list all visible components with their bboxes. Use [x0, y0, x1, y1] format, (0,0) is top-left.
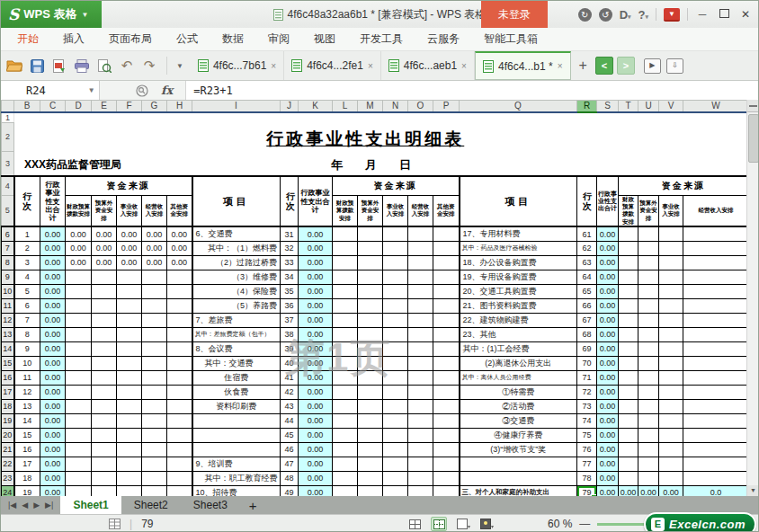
close-tab-icon[interactable]: × — [558, 61, 563, 71]
cell[interactable] — [433, 457, 460, 471]
cell[interactable]: 0.00 — [40, 356, 66, 370]
cell[interactable] — [142, 442, 167, 457]
cell[interactable]: 0.00 — [299, 370, 333, 385]
cell[interactable]: 0.00 — [299, 270, 333, 284]
cell[interactable] — [638, 313, 659, 327]
cell[interactable] — [433, 270, 460, 284]
cell[interactable] — [619, 428, 638, 442]
cell[interactable]: 其中：交通费 — [192, 356, 281, 370]
cell[interactable]: 10 — [14, 356, 40, 370]
cell[interactable]: 31 — [281, 226, 299, 241]
cell[interactable]: 0.00 — [142, 241, 167, 255]
next-sheet-icon[interactable]: ▶ — [33, 501, 40, 510]
column-header-Q[interactable]: Q — [460, 101, 577, 112]
cell[interactable] — [66, 471, 92, 485]
cell[interactable]: 0.00 — [597, 399, 619, 413]
cell[interactable]: 0.00 — [638, 485, 659, 496]
cell[interactable] — [333, 341, 358, 356]
cell[interactable] — [142, 471, 167, 485]
cell[interactable]: 39 — [281, 341, 299, 356]
cell[interactable]: 0.00 — [597, 298, 619, 313]
cell[interactable] — [683, 313, 749, 327]
wps-menu-button[interactable]: S WPS 表格 ▼ — [1, 1, 102, 28]
cell[interactable] — [683, 385, 749, 399]
cell[interactable]: 21、图书资料购置费 — [460, 298, 577, 313]
ribbon-tab-2[interactable]: 插入 — [63, 31, 85, 47]
cell[interactable]: 0.00 — [299, 356, 333, 370]
cell[interactable]: 0.00 — [299, 313, 333, 327]
row-header[interactable]: 7 — [2, 241, 14, 255]
cell[interactable] — [433, 313, 460, 327]
cell[interactable]: ④健康疗养费 — [460, 428, 577, 442]
cell[interactable] — [358, 284, 383, 298]
cell[interactable]: 44 — [281, 413, 299, 428]
cell[interactable]: (3)“增收节支”奖 — [460, 442, 577, 457]
cell[interactable] — [167, 413, 192, 428]
cell[interactable] — [358, 341, 383, 356]
ribbon-tab-5[interactable]: 数据 — [222, 31, 244, 47]
cell[interactable] — [358, 298, 383, 313]
close-button[interactable]: ✕ — [738, 8, 753, 21]
cell[interactable] — [92, 341, 117, 356]
cell[interactable] — [383, 428, 408, 442]
cell[interactable] — [142, 485, 167, 496]
cell[interactable]: 0.00 — [597, 284, 619, 298]
cell[interactable] — [619, 356, 638, 370]
cell[interactable]: 0.00 — [299, 255, 333, 270]
cell[interactable]: 0.00 — [40, 399, 66, 413]
cell[interactable] — [383, 298, 408, 313]
cell[interactable] — [66, 270, 92, 284]
cell[interactable]: 35 — [281, 284, 299, 298]
cell[interactable]: 17 — [14, 457, 40, 471]
cell[interactable] — [142, 327, 167, 341]
document-tab-4[interactable]: 4f6c4...b1 *× — [475, 51, 571, 80]
formula-input[interactable]: =R23+1 — [185, 81, 758, 100]
row-header[interactable]: 14 — [2, 341, 14, 356]
cell[interactable] — [619, 284, 638, 298]
cell[interactable]: 住宿费 — [192, 370, 281, 385]
cell[interactable] — [66, 313, 92, 327]
redo-icon[interactable]: ↷ — [141, 58, 157, 74]
cell[interactable]: 14 — [14, 413, 40, 428]
cell[interactable] — [683, 298, 749, 313]
cell[interactable]: 0.00 — [92, 226, 117, 241]
cell[interactable] — [433, 485, 460, 496]
cell[interactable]: （5）养路费 — [192, 298, 281, 313]
cell[interactable] — [66, 356, 92, 370]
cell[interactable]: 财政预算拨款安排 — [333, 195, 358, 226]
cell[interactable] — [659, 327, 683, 341]
cell[interactable] — [659, 385, 683, 399]
cell[interactable] — [142, 457, 167, 471]
cell[interactable]: 行次 — [577, 176, 597, 226]
cell[interactable] — [619, 298, 638, 313]
row-header[interactable]: 24 — [2, 485, 14, 496]
cell[interactable] — [638, 385, 659, 399]
cell[interactable]: 资金来源 — [619, 176, 749, 195]
cell[interactable]: 0.00 — [597, 255, 619, 270]
cell[interactable] — [619, 471, 638, 485]
cell[interactable]: 69 — [577, 341, 597, 356]
cell[interactable]: 0.00 — [597, 370, 619, 385]
cell[interactable]: 63 — [577, 255, 597, 270]
document-tab-1[interactable]: 4f6c...7b61× — [191, 51, 284, 80]
cell[interactable] — [167, 270, 192, 284]
cell[interactable] — [142, 370, 167, 385]
cell[interactable] — [408, 313, 433, 327]
cell[interactable] — [167, 457, 192, 471]
cell[interactable] — [142, 413, 167, 428]
print-preview-icon[interactable] — [96, 58, 112, 74]
cell[interactable]: 0.00 — [597, 485, 619, 496]
cell[interactable]: 0.00 — [299, 471, 333, 485]
download-icon[interactable]: ▼ — [664, 8, 680, 22]
cell[interactable] — [333, 457, 358, 471]
cell[interactable]: 79 — [577, 485, 597, 496]
cell[interactable] — [383, 442, 408, 457]
cell[interactable]: 34 — [281, 270, 299, 284]
column-header-J[interactable]: J — [281, 101, 299, 112]
cell[interactable]: 18、办公设备购置费 — [460, 255, 577, 270]
cell[interactable] — [333, 428, 358, 442]
cell[interactable]: 其中：离休人员公用经费 — [460, 370, 577, 385]
last-sheet-icon[interactable]: ▶| — [45, 501, 53, 510]
cell[interactable]: 0.00 — [40, 341, 66, 356]
cell[interactable] — [117, 284, 142, 298]
